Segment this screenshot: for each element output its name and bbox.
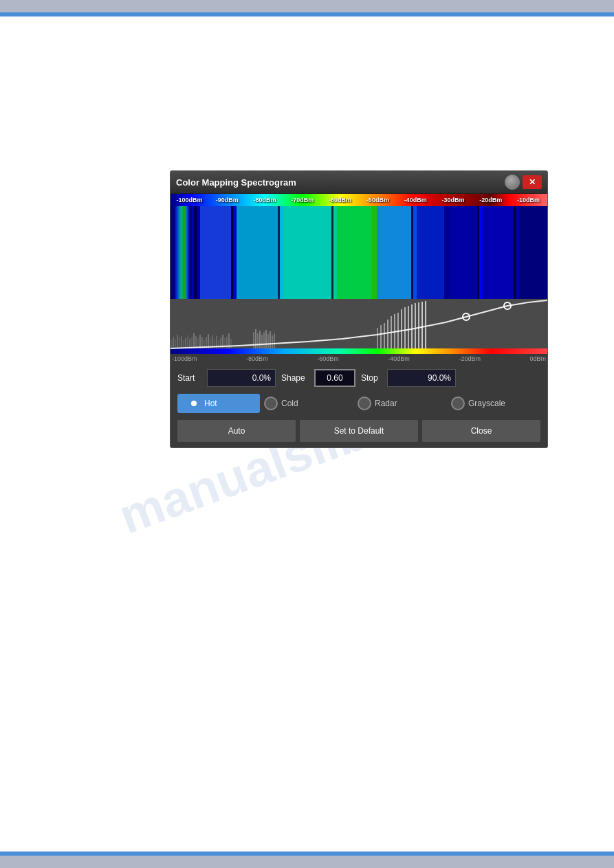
auto-button[interactable]: Auto (177, 420, 296, 442)
axis-label-3: -40dBm (388, 355, 410, 362)
bottom-bar (0, 856, 614, 868)
radio-option-radar[interactable]: Radar (358, 397, 447, 410)
radio-option-cold[interactable]: Cold (264, 397, 353, 410)
svg-rect-36 (185, 338, 186, 348)
svg-rect-33 (179, 337, 180, 348)
svg-rect-82 (418, 302, 419, 348)
svg-rect-31 (175, 339, 176, 348)
svg-rect-15 (450, 206, 477, 299)
svg-rect-64 (263, 332, 265, 348)
radio-btn-grayscale[interactable] (451, 397, 465, 410)
titlebar: Color Mapping Spectrogram ✕ (171, 171, 547, 194)
shape-label: Shape (281, 373, 309, 383)
svg-rect-25 (477, 206, 479, 299)
parameter-row: Start Shape Stop (177, 369, 540, 387)
svg-rect-69 (274, 333, 275, 348)
svg-rect-20 (195, 206, 197, 299)
svg-rect-24 (411, 206, 413, 299)
start-input[interactable] (207, 369, 276, 387)
colorbar-labels: -100dBm -90dBm -80dBm -70dBm -60dBm -50d… (171, 194, 547, 206)
start-label: Start (177, 373, 201, 383)
svg-rect-39 (191, 337, 193, 348)
action-buttons-row: Auto Set to Default Close (177, 420, 540, 442)
svg-rect-11 (377, 206, 411, 299)
svg-rect-73 (387, 320, 388, 348)
radio-option-grayscale[interactable]: Grayscale (451, 397, 540, 410)
colorbar-label-6: -40dBm (397, 197, 435, 203)
svg-rect-28 (171, 348, 547, 354)
svg-rect-1 (171, 206, 195, 299)
close-button[interactable]: ✕ (523, 175, 542, 189)
colorbar-label-5: -50dBm (359, 197, 397, 203)
svg-rect-80 (411, 304, 413, 348)
svg-rect-23 (331, 206, 333, 299)
dialog-window: Color Mapping Spectrogram ✕ -100dBm -90d… (170, 170, 548, 448)
colorbar-label-0: -100dBm (171, 197, 208, 203)
svg-rect-13 (417, 206, 444, 299)
svg-rect-61 (257, 333, 259, 348)
svg-rect-68 (272, 335, 273, 348)
radio-btn-hot[interactable] (187, 397, 201, 410)
axis-label-1: -80dBm (246, 355, 268, 362)
colorbar-label-7: -30dBm (435, 197, 472, 203)
svg-rect-21 (231, 206, 233, 299)
svg-rect-26 (514, 206, 516, 299)
svg-rect-9 (337, 206, 371, 299)
radio-btn-radar[interactable] (358, 397, 371, 410)
svg-rect-65 (265, 330, 267, 348)
svg-rect-77 (401, 309, 402, 348)
svg-rect-40 (193, 333, 195, 348)
colorbar-scale: -100dBm -90dBm -80dBm -70dBm -60dBm -50d… (171, 194, 547, 206)
svg-rect-84 (425, 301, 426, 348)
radio-label-grayscale: Grayscale (468, 399, 505, 408)
titlebar-circle-icon (505, 175, 520, 190)
svg-rect-67 (270, 331, 271, 348)
spectrogram-display (171, 206, 547, 299)
titlebar-controls: ✕ (505, 175, 542, 190)
radio-option-hot[interactable]: Hot (177, 394, 260, 413)
svg-rect-62 (259, 331, 261, 348)
radio-btn-cold[interactable] (264, 397, 278, 410)
frequency-graph (171, 299, 547, 354)
svg-rect-37 (187, 335, 188, 348)
svg-rect-59 (253, 332, 254, 348)
spectrogram-svg (171, 206, 547, 299)
axis-label-0: -100dBm (172, 355, 197, 362)
axis-label-5: 0dBm (529, 355, 546, 362)
colorbar-label-8: -20dBm (472, 197, 509, 203)
radio-label-radar: Radar (375, 399, 397, 408)
stop-input[interactable] (387, 369, 456, 387)
shape-input[interactable] (314, 369, 355, 387)
colorbar-label-9: -10dBm (509, 197, 547, 203)
radio-label-hot: Hot (204, 399, 217, 408)
svg-rect-29 (171, 340, 172, 348)
top-bar-accent (0, 12, 614, 16)
svg-rect-35 (183, 340, 184, 348)
svg-rect-7 (283, 206, 331, 299)
axis-label-4: -20dBm (459, 355, 481, 362)
dialog-title: Color Mapping Spectrogram (176, 177, 296, 188)
svg-rect-81 (415, 303, 416, 348)
svg-rect-17 (483, 206, 514, 299)
color-scheme-row: Hot Cold Radar Grayscale (177, 394, 540, 413)
colorbar-label-1: -90dBm (208, 197, 246, 203)
svg-rect-19 (519, 206, 547, 299)
svg-rect-60 (255, 329, 256, 348)
svg-rect-3 (200, 206, 231, 299)
svg-rect-79 (408, 306, 409, 348)
colorbar-label-3: -70dBm (283, 197, 321, 203)
set-default-button[interactable]: Set to Default (300, 420, 418, 442)
controls-area: Start Shape Stop Hot Cold Radar (171, 364, 547, 447)
svg-rect-5 (237, 206, 278, 299)
svg-rect-34 (181, 336, 182, 348)
spectrogram-area: -100dBm -90dBm -80dBm -70dBm -60dBm -50d… (171, 194, 547, 364)
svg-rect-41 (195, 336, 197, 348)
freq-graph-svg (171, 299, 547, 354)
stop-label: Stop (361, 373, 382, 383)
svg-rect-14 (444, 206, 450, 299)
close-dialog-button[interactable]: Close (422, 420, 540, 442)
svg-rect-83 (421, 302, 423, 348)
radio-label-cold: Cold (281, 399, 298, 408)
svg-rect-32 (177, 335, 178, 348)
svg-rect-66 (267, 334, 269, 348)
